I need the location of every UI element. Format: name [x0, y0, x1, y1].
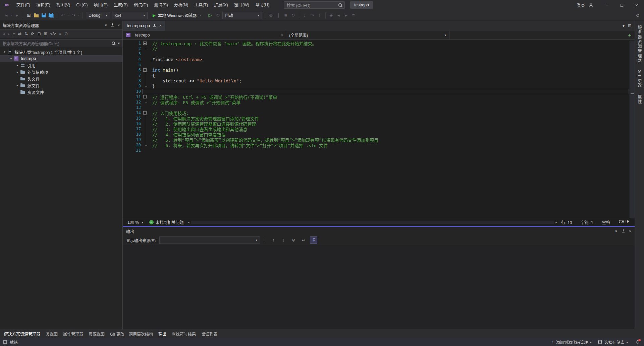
clear-all-icon[interactable]: ⊘ — [290, 236, 297, 244]
view-code-icon[interactable]: </> — [50, 31, 56, 36]
line-ending-indicator[interactable]: CRLF — [619, 219, 629, 225]
add-to-source-control-button[interactable]: ↑ 添加到源代码管理 ▴ — [552, 339, 592, 345]
line-number[interactable]: 2 — [123, 46, 141, 51]
window-position-icon[interactable]: ▾ — [105, 23, 107, 27]
output-source-dropdown[interactable]: ▾ — [159, 236, 260, 244]
zoom-dropdown[interactable]: 100 % ▾ — [125, 220, 146, 225]
step-out-icon[interactable]: ↑ — [316, 11, 323, 19]
panel-tab-资源视图[interactable]: 资源视图 — [86, 329, 107, 338]
menu-item-扩展(X)[interactable]: 扩展(X) — [211, 0, 231, 10]
tree-chevron-icon[interactable]: ▸ — [15, 70, 20, 74]
autoscroll-icon[interactable]: ↧ — [310, 236, 317, 244]
undo-caret-icon[interactable]: ▾ — [66, 14, 70, 17]
project-chip[interactable]: testrepo — [350, 1, 373, 9]
tree-forward-icon[interactable]: ▸ — [8, 31, 10, 36]
next-bookmark-icon[interactable]: ▸ — [342, 11, 350, 19]
scroll-left-icon[interactable]: ◂ — [188, 220, 190, 224]
fold-collapse-icon[interactable] — [143, 111, 147, 115]
line-number[interactable]: 5 — [123, 62, 141, 67]
bookmark-window-icon[interactable]: ≡ — [350, 11, 357, 19]
line-number[interactable]: 7 — [123, 73, 141, 78]
type-scope-dropdown[interactable]: (全局范围) ▾ — [286, 31, 449, 39]
line-number[interactable]: 20 — [123, 143, 141, 147]
code-line[interactable]: 5 — [123, 62, 630, 67]
code-line[interactable]: 7{ — [123, 73, 630, 78]
menu-item-测试(S)[interactable]: 测试(S) — [151, 0, 171, 10]
show-all-files-icon[interactable]: ⊞ — [44, 31, 47, 36]
menu-item-视图(V)[interactable]: 视图(V) — [53, 0, 73, 10]
close-button[interactable]: × — [629, 0, 644, 10]
code-line[interactable]: 21 — [123, 148, 630, 153]
line-number[interactable]: 10 — [123, 89, 141, 94]
line-number[interactable]: 18 — [123, 132, 141, 137]
panel-tab-错误列表[interactable]: 错误列表 — [199, 329, 220, 338]
fold-collapse-icon[interactable] — [143, 42, 147, 45]
line-number[interactable]: 1 — [123, 41, 141, 46]
pin-icon[interactable] — [110, 23, 114, 27]
menu-item-生成(B)[interactable]: 生成(B) — [111, 0, 131, 10]
menu-item-工具(T)[interactable]: 工具(T) — [191, 0, 211, 10]
save-icon[interactable] — [40, 11, 47, 19]
panel-tab-类视图[interactable]: 类视图 — [43, 329, 60, 338]
menu-item-Git(G)[interactable]: Git(G) — [73, 0, 91, 10]
line-number[interactable]: 4 — [123, 57, 141, 62]
document-tab-testrepo-cpp[interactable]: testrepo.cpp × — [123, 21, 165, 31]
fold-collapse-icon[interactable] — [143, 68, 147, 72]
select-repository-button[interactable]: 选择存储库 ▴ — [598, 339, 628, 345]
line-number[interactable]: 21 — [123, 148, 141, 153]
scroll-right-icon[interactable]: ▸ — [555, 220, 557, 224]
line-number[interactable]: 3 — [123, 52, 141, 56]
tree-item-testrepo[interactable]: ▾testrepo — [0, 55, 122, 62]
hot-reload-icon[interactable]: ⟲ — [214, 11, 221, 19]
toggle-bookmark-icon[interactable]: ◈ — [328, 11, 335, 19]
word-wrap-icon[interactable]: ↩ — [300, 236, 307, 244]
output-content[interactable] — [123, 245, 635, 329]
close-icon[interactable]: × — [629, 229, 631, 233]
menu-item-调试(D)[interactable]: 调试(D) — [131, 0, 151, 10]
navigate-forward-icon[interactable]: ▸ — [13, 11, 21, 19]
tab-options-icon[interactable]: ⊞ — [628, 23, 631, 28]
tree-chevron-icon[interactable]: ▾ — [2, 50, 7, 54]
panel-tab-解决方案资源管理器[interactable]: 解决方案资源管理器 — [1, 329, 43, 338]
line-number[interactable]: 13 — [123, 105, 141, 110]
tree-chevron-icon[interactable]: ▾ — [8, 57, 14, 60]
code-editor[interactable]: 1// testrepo.cpp : 此文件包含 "main" 函数。程序执行将… — [123, 40, 635, 218]
stop-debugging-icon[interactable]: ■ — [282, 11, 289, 19]
solution-platforms-dropdown[interactable]: x64 ▾ — [112, 12, 148, 19]
solution-explorer-search[interactable]: 搜索解决方案资源管理器(Ctrl+;) ▾ — [0, 39, 122, 47]
line-indicator[interactable]: 行: 10 — [561, 219, 572, 225]
tree-item-源文件[interactable]: ▸源文件 — [0, 82, 122, 89]
home-icon[interactable]: ⌂ — [13, 31, 15, 36]
preview-selected-icon[interactable]: ⊙ — [64, 31, 68, 36]
background-tasks-icon[interactable] — [3, 340, 7, 344]
tree-item-引用[interactable]: ▸引用 — [0, 62, 122, 69]
step-into-icon[interactable]: ↓ — [301, 11, 309, 19]
project-scope-dropdown[interactable]: testrepo ▾ — [123, 31, 286, 39]
user-icon[interactable] — [588, 2, 594, 8]
menu-item-项目(P)[interactable]: 项目(P) — [91, 0, 111, 10]
line-number[interactable]: 6 — [123, 68, 141, 72]
quick-search-box[interactable]: 搜索 (Ctrl+Q) — [284, 1, 345, 9]
tool-tab-服务器资源管理器[interactable]: 服务器资源管理器 — [637, 25, 642, 63]
spaces-indicator[interactable]: 空格 — [602, 219, 610, 225]
pin-tab-icon[interactable] — [153, 24, 157, 28]
document-health-indicator[interactable]: ✓ 未找到相关问题 — [149, 219, 184, 225]
open-file-icon[interactable] — [33, 11, 40, 19]
editor-vertical-scrollbar[interactable] — [630, 41, 635, 218]
redo-icon[interactable]: ↷ — [70, 11, 77, 19]
tree-item-头文件[interactable]: 头文件 — [0, 75, 122, 82]
save-all-icon[interactable] — [47, 11, 55, 19]
start-without-debugging-icon[interactable]: ▷ — [207, 11, 214, 19]
panel-tab-调用层次结构[interactable]: 调用层次结构 — [126, 329, 156, 338]
undo-icon[interactable]: ↶ — [59, 11, 66, 19]
step-over-icon[interactable]: ↷ — [309, 11, 316, 19]
code-line[interactable]: 6int main() — [123, 67, 630, 73]
active-files-dropdown-icon[interactable]: ▾ — [623, 23, 625, 28]
collapse-all-icon[interactable]: ⊟ — [38, 31, 41, 36]
window-layout-icon[interactable]: ⊞ — [25, 11, 33, 19]
start-debugging-button[interactable]: ▶ 本地 Windows 调试器 ▾ — [150, 11, 205, 19]
panel-tab-属性管理器[interactable]: 属性管理器 — [60, 329, 86, 338]
menu-item-编辑(E)[interactable]: 编辑(E) — [33, 0, 53, 10]
line-number[interactable]: 15 — [123, 116, 141, 121]
break-all-icon[interactable]: ∥ — [275, 11, 282, 19]
